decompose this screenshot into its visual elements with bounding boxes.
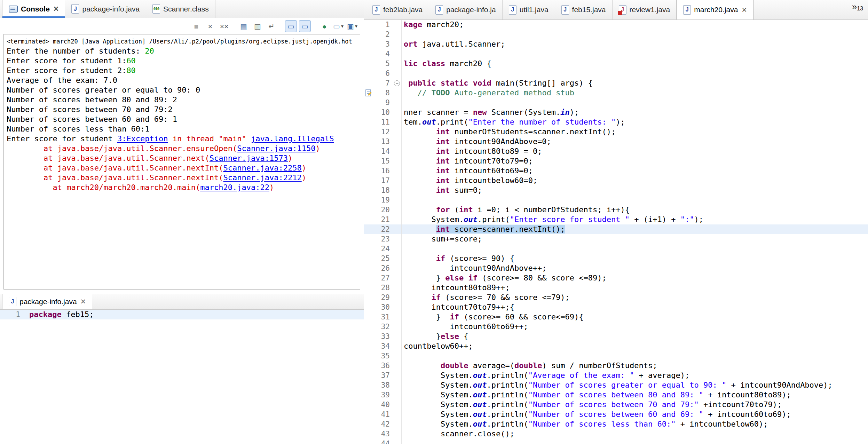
line-number[interactable]: 28 bbox=[373, 283, 393, 293]
editor-tab-feb15-java[interactable]: Jfeb15.java bbox=[555, 0, 613, 19]
line-number[interactable]: 35 bbox=[373, 351, 393, 361]
horizontal-sash[interactable] bbox=[0, 290, 364, 294]
line-number[interactable]: 21 bbox=[373, 215, 393, 224]
line-number[interactable]: 2 bbox=[373, 30, 393, 39]
line-number[interactable]: 11 bbox=[373, 117, 393, 127]
close-icon[interactable]: × bbox=[54, 5, 59, 13]
close-icon[interactable]: × bbox=[742, 6, 747, 14]
line-number[interactable]: 32 bbox=[373, 322, 393, 332]
line-number[interactable]: 38 bbox=[373, 380, 393, 390]
line-number[interactable]: 44 bbox=[373, 439, 393, 444]
line-number[interactable]: 18 bbox=[373, 185, 393, 195]
line-number[interactable]: 31 bbox=[373, 312, 393, 322]
code-line: 23 sum+=score; bbox=[364, 234, 868, 244]
classfile-icon: 010 bbox=[152, 4, 160, 14]
line-number[interactable]: 39 bbox=[373, 390, 393, 400]
annotation-ruler bbox=[364, 185, 373, 195]
view-tab-package-info-java[interactable]: Jpackage-info.java bbox=[65, 0, 146, 18]
display-selected-console-button[interactable]: ▭▾ bbox=[332, 20, 344, 32]
line-number[interactable]: 29 bbox=[373, 293, 393, 302]
line-number[interactable]: 43 bbox=[373, 429, 393, 439]
editor-tab-util1-java[interactable]: Jutil1.java bbox=[503, 0, 555, 19]
console-line: <terminated> march20 [Java Application] … bbox=[7, 37, 357, 46]
remove-launch-button[interactable]: × bbox=[204, 20, 216, 32]
chevron-right-icon: » bbox=[852, 2, 857, 11]
line-number[interactable]: 36 bbox=[373, 361, 393, 371]
line-number[interactable]: 17 bbox=[373, 176, 393, 185]
editor-tab-march20-java[interactable]: Jmarch20.java× bbox=[677, 0, 753, 19]
package-info-editor[interactable]: 1package feb15; bbox=[0, 310, 364, 444]
scroll-lock-button[interactable]: ▥ bbox=[252, 20, 263, 32]
jfile-icon: J bbox=[509, 5, 516, 15]
line-number[interactable]: 1 bbox=[373, 20, 393, 30]
line-number[interactable]: 40 bbox=[373, 400, 393, 410]
console-icon bbox=[9, 6, 18, 13]
line-number[interactable]: 7 bbox=[373, 78, 393, 88]
show-console-stdout-button[interactable]: ▭ bbox=[285, 20, 297, 32]
line-number[interactable]: 26 bbox=[373, 263, 393, 273]
line-number[interactable]: 8 bbox=[373, 88, 393, 98]
console-line: at java.base/java.util.Scanner.nextInt(S… bbox=[7, 163, 357, 173]
march20-editor[interactable]: 1kage march20;23ort java.util.Scanner;45… bbox=[364, 20, 868, 444]
view-tab-console[interactable]: Console× bbox=[2, 0, 65, 18]
stack-trace-link[interactable]: march20.java:22 bbox=[200, 183, 269, 192]
line-number[interactable]: 25 bbox=[373, 254, 393, 263]
line-number[interactable]: 6 bbox=[373, 69, 393, 78]
line-number[interactable]: 20 bbox=[373, 205, 393, 215]
code-line: 39 System.out.println("Number of scores … bbox=[364, 390, 868, 400]
line-number[interactable]: 16 bbox=[373, 166, 393, 176]
line-number[interactable]: 15 bbox=[373, 156, 393, 166]
stack-trace-link[interactable]: 3:Exception bbox=[117, 134, 168, 143]
line-number[interactable]: 34 bbox=[373, 341, 393, 351]
console-line: Number of scores between 70 and 79:2 bbox=[7, 105, 357, 114]
view-tab-scanner-class[interactable]: 010Scanner.class bbox=[146, 0, 215, 18]
remove-all-terminated-button[interactable]: ×× bbox=[218, 20, 230, 32]
line-number[interactable]: 12 bbox=[373, 127, 393, 137]
terminate-button[interactable]: ■ bbox=[190, 20, 202, 32]
open-console-button[interactable]: ▣▾ bbox=[346, 20, 358, 32]
line-number[interactable]: 33 bbox=[373, 332, 393, 341]
line-number[interactable]: 5 bbox=[373, 59, 393, 69]
editor-tab-review1-java[interactable]: Jreview1.java bbox=[613, 0, 677, 19]
line-number[interactable]: 19 bbox=[373, 195, 393, 205]
stack-trace-link[interactable]: Scanner.java:1573 bbox=[210, 154, 288, 162]
line-number[interactable]: 9 bbox=[373, 98, 393, 108]
word-wrap-button[interactable]: ↵ bbox=[266, 20, 277, 32]
line-number[interactable]: 1 bbox=[8, 310, 23, 319]
clear-console-button[interactable]: ▤ bbox=[238, 20, 250, 32]
line-number[interactable]: 4 bbox=[373, 49, 393, 59]
fold-marker[interactable]: − bbox=[393, 78, 402, 88]
line-number[interactable]: 3 bbox=[373, 39, 393, 49]
line-number[interactable]: 41 bbox=[373, 410, 393, 419]
line-number[interactable]: 42 bbox=[373, 419, 393, 429]
code-line: 38 System.out.println("Number of scores … bbox=[364, 380, 868, 390]
close-icon[interactable]: × bbox=[81, 297, 86, 306]
stack-trace-link[interactable]: Scanner.java:2258 bbox=[223, 164, 302, 172]
tab-overflow-indicator[interactable]: »13 bbox=[849, 0, 868, 19]
line-number[interactable]: 37 bbox=[373, 371, 393, 380]
line-number[interactable]: 22 bbox=[373, 224, 393, 234]
editor-tab-package-info-ja[interactable]: Jpackage-info.ja bbox=[429, 0, 502, 19]
task-marker-icon[interactable] bbox=[364, 88, 373, 98]
console-output[interactable]: <terminated> march20 [Java Application] … bbox=[3, 34, 360, 290]
line-number[interactable]: 14 bbox=[373, 146, 393, 156]
line-number[interactable]: 13 bbox=[373, 137, 393, 146]
line-number[interactable]: 30 bbox=[373, 302, 393, 312]
console-line: Number of scores between 60 and 69: 1 bbox=[7, 114, 357, 124]
hidden-tab-count: 13 bbox=[857, 6, 863, 12]
stack-trace-link[interactable]: Scanner.java:2212 bbox=[223, 173, 302, 182]
stack-trace-link[interactable]: java.lang.IllegalS bbox=[251, 134, 334, 143]
tab-label: feb2lab.java bbox=[383, 6, 423, 14]
annotation-ruler bbox=[364, 30, 373, 39]
line-number[interactable]: 10 bbox=[373, 108, 393, 117]
editor-tab-package-info-java[interactable]: Jpackage-info.java× bbox=[2, 294, 92, 309]
stack-trace-link[interactable]: Scanner.java:1150 bbox=[237, 144, 315, 153]
pin-console-button[interactable]: ● bbox=[318, 20, 330, 32]
line-number[interactable]: 24 bbox=[373, 244, 393, 254]
show-console-stderr-button[interactable]: ▭ bbox=[299, 20, 311, 32]
code-line: 41 System.out.println("Number of scores … bbox=[364, 410, 868, 419]
line-number[interactable]: 23 bbox=[373, 234, 393, 244]
editor-tab-feb2lab-java[interactable]: Jfeb2lab.java bbox=[366, 0, 429, 19]
line-number[interactable]: 27 bbox=[373, 273, 393, 283]
annotation-ruler bbox=[364, 400, 373, 410]
